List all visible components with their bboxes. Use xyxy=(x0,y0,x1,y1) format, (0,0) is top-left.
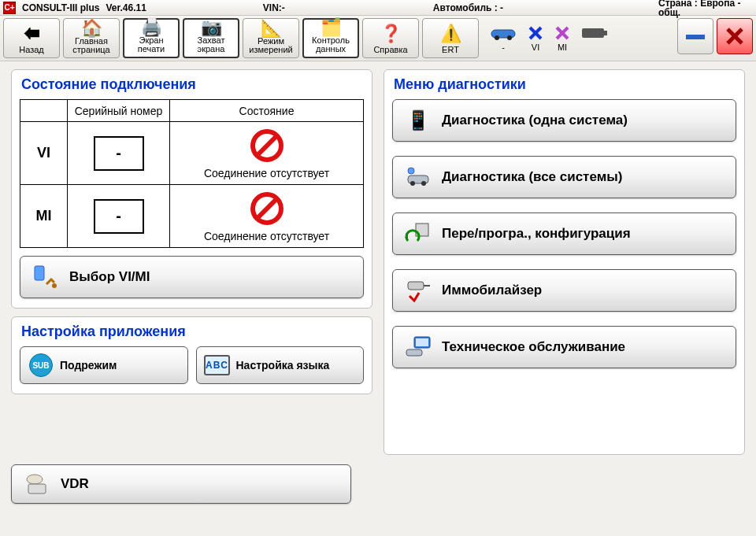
row-label: VI xyxy=(20,122,68,185)
button-label: Выбор VI/MI xyxy=(69,269,150,285)
svg-rect-8 xyxy=(604,31,607,35)
recorded-data-icon: 🗂️ xyxy=(321,18,342,36)
home-button[interactable]: 🏠 Главная страница xyxy=(63,18,120,58)
battery-status xyxy=(581,26,608,51)
state-cell: Соединение отсутствует xyxy=(170,185,364,248)
svg-point-29 xyxy=(27,475,43,484)
connection-panel: Состояние подключения Серийный номер Сос… xyxy=(11,69,372,309)
minimize-icon xyxy=(684,31,706,41)
button-label: Подрежим xyxy=(60,359,117,372)
serial-cell: - xyxy=(68,122,170,185)
button-label: Диагностика (все системы) xyxy=(442,169,622,185)
vdr-button[interactable]: VDR xyxy=(11,464,351,504)
vi-status: VI xyxy=(528,25,543,52)
button-label: Диагностика (одна система) xyxy=(442,113,628,128)
language-button[interactable]: ABC Настройка языка xyxy=(196,346,365,384)
svg-point-20 xyxy=(421,181,426,186)
serial-cell: - xyxy=(68,185,170,248)
button-label: Настройка языка xyxy=(236,359,330,372)
toolbar-label: ERT xyxy=(442,46,459,55)
measurement-mode-button[interactable]: 📐 Режим измерений xyxy=(243,18,299,58)
phone-icon: 📱 xyxy=(404,106,432,135)
x-icon xyxy=(528,25,543,41)
left-column: Состояние подключения Серийный номер Сос… xyxy=(11,69,372,455)
close-button[interactable] xyxy=(717,18,753,54)
state-cell: Соединение отсутствует xyxy=(170,122,364,185)
title-bar: C+ CONSULT-III plus Ver.46.11 VIN:- Авто… xyxy=(0,0,756,16)
svg-point-21 xyxy=(408,168,414,174)
select-vimi-button[interactable]: Выбор VI/MI xyxy=(20,256,364,298)
diag-all-systems-button[interactable]: Диагностика (все системы) xyxy=(392,156,736,198)
svg-rect-16 xyxy=(35,266,44,280)
mi-status-label: MI xyxy=(558,43,567,52)
close-icon xyxy=(724,26,745,46)
maintenance-icon xyxy=(404,333,432,361)
svg-rect-27 xyxy=(416,338,428,346)
status-zone: - VI MI xyxy=(482,18,674,58)
connection-table: Серийный номер Состояние VI - Соединение… xyxy=(20,99,364,248)
camera-icon: 📷 xyxy=(201,18,222,36)
serial-box: - xyxy=(94,199,144,234)
immobilizer-icon xyxy=(404,276,432,305)
home-icon: 🏠 xyxy=(81,19,102,37)
help-button[interactable]: ❓ Справка xyxy=(362,18,419,58)
panel-title: Меню диагностики xyxy=(394,76,736,93)
svg-line-13 xyxy=(258,136,276,155)
svg-point-19 xyxy=(410,181,415,186)
print-screen-button[interactable]: 🖨️ Экран печати xyxy=(123,18,180,58)
svg-rect-7 xyxy=(582,28,604,38)
no-connection-icon xyxy=(249,190,285,227)
svg-rect-30 xyxy=(28,484,46,493)
diag-one-system-button[interactable]: 📱 Диагностика (одна система) xyxy=(392,99,736,142)
maintenance-button[interactable]: Техническое обслуживание xyxy=(392,326,736,368)
sub-icon: SUB xyxy=(28,353,54,378)
recorded-data-button[interactable]: 🗂️ Контроль данных xyxy=(302,18,359,58)
toolbar-label: Главная страница xyxy=(65,37,117,55)
svg-rect-9 xyxy=(686,35,705,39)
row-label: MI xyxy=(20,185,68,248)
printer-icon: 🖨️ xyxy=(141,18,162,36)
toolbar-label: Справка xyxy=(373,46,407,55)
back-arrow-icon: 🡄 xyxy=(23,20,40,46)
svg-line-15 xyxy=(258,199,276,218)
app-name: CONSULT-III plus xyxy=(22,2,99,13)
svg-point-2 xyxy=(507,35,512,40)
back-button[interactable]: 🡄 Назад xyxy=(3,18,60,58)
toolbar-label: Экран печати xyxy=(126,36,176,54)
toolbar-label: Назад xyxy=(19,46,44,55)
col-empty xyxy=(20,100,68,122)
vdr-section: VDR xyxy=(0,463,362,505)
svg-point-17 xyxy=(52,283,57,288)
submode-button[interactable]: SUB Подрежим xyxy=(20,346,188,384)
col-state: Состояние xyxy=(170,100,364,122)
battery-icon xyxy=(581,26,608,40)
measure-icon: 📐 xyxy=(261,19,282,37)
reprogram-button[interactable]: Пере/програ., конфигурация xyxy=(392,213,736,255)
state-text: Соединение отсутствует xyxy=(204,167,329,179)
immobilizer-button[interactable]: Иммобилайзер xyxy=(392,269,736,312)
content: Состояние подключения Серийный номер Сос… xyxy=(0,61,756,463)
mi-status: MI xyxy=(554,25,570,52)
country-label: Страна : Европа - общ. xyxy=(658,0,753,17)
state-text: Соединение отсутствует xyxy=(204,230,329,242)
toolbar: 🡄 Назад 🏠 Главная страница 🖨️ Экран печа… xyxy=(0,16,756,61)
vehicle-label: Автомобиль : - xyxy=(433,2,503,13)
select-vimi-icon xyxy=(32,263,60,291)
table-row: VI - Соединение отсутствует xyxy=(20,122,364,185)
language-icon: ABC xyxy=(205,353,230,378)
button-label: Техническое обслуживание xyxy=(442,339,625,355)
diagnostics-menu-panel: Меню диагностики 📱 Диагностика (одна сис… xyxy=(384,69,745,455)
toolbar-label: Захват экрана xyxy=(186,36,236,54)
minimize-button[interactable] xyxy=(677,18,713,54)
reprogram-icon xyxy=(404,220,432,248)
no-connection-icon xyxy=(249,128,285,164)
svg-rect-24 xyxy=(408,282,424,290)
svg-rect-28 xyxy=(406,349,422,356)
app-version: Ver.46.11 xyxy=(106,2,146,13)
ert-button[interactable]: ⚠️ ERT xyxy=(422,18,479,58)
screen-capture-button[interactable]: 📷 Захват экрана xyxy=(183,18,239,58)
panel-title: Состояние подключения xyxy=(21,76,364,93)
col-serial: Серийный номер xyxy=(68,100,170,122)
right-column: Меню диагностики 📱 Диагностика (одна сис… xyxy=(384,69,745,455)
button-label: VDR xyxy=(61,476,89,492)
